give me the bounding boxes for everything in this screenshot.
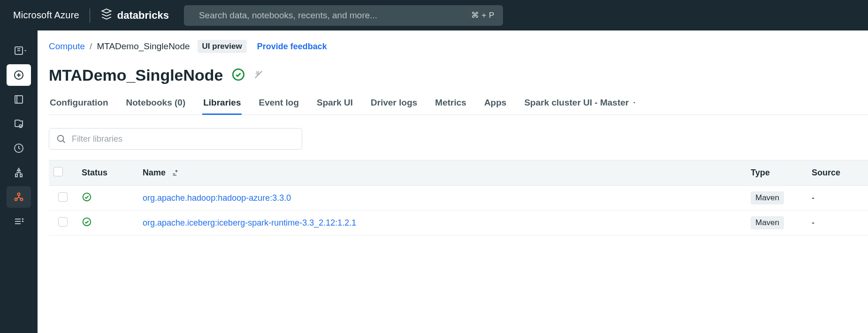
column-header-status[interactable]: Status [77, 160, 138, 186]
breadcrumb-separator: / [90, 41, 92, 52]
tab-libraries[interactable]: Libraries [202, 98, 242, 114]
library-source: - [812, 218, 815, 227]
main-content: Compute / MTADemo_SingleNode UI preview … [38, 30, 868, 333]
sort-icon [171, 169, 179, 177]
tab-event-log[interactable]: Event log [258, 98, 300, 114]
pin-button[interactable] [253, 69, 264, 82]
tab-configuration[interactable]: Configuration [49, 98, 109, 114]
row-checkbox[interactable] [58, 192, 68, 202]
table-row: org.apache.iceberg:iceberg-spark-runtime… [49, 211, 868, 235]
sidebar-item-new[interactable] [7, 64, 31, 86]
breadcrumb-current: MTADemo_SingleNode [97, 41, 190, 52]
cluster-status-icon [232, 68, 245, 83]
library-name-link[interactable]: org.apache.hadoop:hadoop-azure:3.3.0 [143, 193, 291, 203]
svg-rect-3 [15, 96, 23, 103]
svg-point-8 [21, 198, 23, 201]
column-header-type[interactable]: Type [746, 160, 807, 186]
svg-point-7 [15, 198, 17, 201]
brand-separator [90, 8, 90, 23]
search-shortcut: ⌘ + P [471, 10, 495, 20]
row-checkbox[interactable] [58, 217, 68, 227]
sidebar-item-data[interactable] [7, 162, 31, 183]
tab-metrics[interactable]: Metrics [434, 98, 467, 114]
brand-azure[interactable]: Microsoft Azure [13, 10, 79, 21]
provide-feedback-link[interactable]: Provide feedback [257, 42, 327, 52]
tab-driver-logs[interactable]: Driver logs [370, 98, 418, 114]
column-header-name[interactable]: Name [138, 160, 746, 186]
filter-libraries[interactable] [49, 128, 302, 150]
ui-preview-badge: UI preview [198, 40, 247, 53]
status-installed-icon [82, 219, 92, 229]
page-title: MTADemo_SingleNode [49, 66, 223, 84]
cluster-tabs: ConfigurationNotebooks (0)LibrariesEvent… [49, 98, 868, 115]
sidebar-item-recents[interactable] [7, 137, 31, 159]
library-type-pill: Maven [751, 216, 784, 229]
svg-point-6 [18, 193, 20, 196]
sidebar-item-workspace[interactable] [7, 89, 31, 110]
left-sidebar [0, 30, 38, 333]
sidebar-item-workspace-switcher[interactable] [7, 40, 31, 61]
sidebar-item-workflows[interactable] [7, 211, 31, 232]
column-header-source[interactable]: Source [807, 160, 868, 186]
svg-point-10 [58, 136, 64, 142]
library-source: - [812, 193, 815, 203]
libraries-table: Status Name Type Source org.apache.hadoo… [49, 160, 868, 235]
global-search[interactable]: ⌘ + P [184, 5, 503, 26]
breadcrumb: Compute / MTADemo_SingleNode UI preview … [49, 40, 868, 53]
tab-apps[interactable]: Apps [483, 98, 508, 114]
brand-databricks[interactable]: databricks [100, 8, 169, 23]
tab-notebooks-0[interactable]: Notebooks (0) [125, 98, 187, 114]
filter-libraries-input[interactable] [72, 134, 295, 144]
tab-spark-ui[interactable]: Spark UI [316, 98, 354, 114]
library-type-pill: Maven [751, 191, 784, 204]
top-bar: Microsoft Azure databricks ⌘ + P [0, 0, 868, 30]
databricks-logo-icon [100, 8, 113, 23]
tab-spark-cluster-ui-master[interactable]: Spark cluster UI - Master [523, 98, 638, 114]
global-search-input[interactable] [199, 10, 464, 21]
page-title-row: MTADemo_SingleNode [49, 66, 868, 84]
chevron-down-icon [632, 100, 637, 106]
status-installed-icon [82, 195, 92, 204]
sidebar-item-repos[interactable] [7, 113, 31, 135]
select-all-checkbox[interactable] [53, 167, 63, 176]
sidebar-item-compute[interactable] [7, 186, 31, 208]
library-name-link[interactable]: org.apache.iceberg:iceberg-spark-runtime… [143, 218, 356, 227]
breadcrumb-root[interactable]: Compute [49, 41, 85, 52]
table-row: org.apache.hadoop:hadoop-azure:3.3.0Mave… [49, 186, 868, 211]
brand-databricks-label: databricks [117, 9, 169, 22]
